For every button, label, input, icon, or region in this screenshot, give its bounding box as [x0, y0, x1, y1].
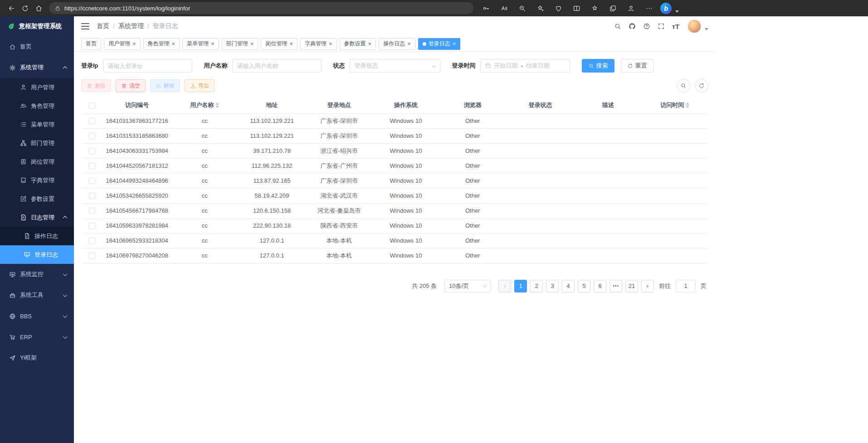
- close-icon[interactable]: ×: [407, 41, 411, 47]
- split-screen-icon[interactable]: [570, 1, 583, 15]
- username-input[interactable]: [232, 59, 322, 73]
- tab-角色管理[interactable]: 角色管理×: [143, 38, 180, 50]
- row-checkbox[interactable]: [89, 208, 95, 214]
- reload-icon[interactable]: [18, 1, 32, 15]
- tab-操作日志[interactable]: 操作日志×: [379, 38, 415, 50]
- zoom-out-icon[interactable]: [515, 1, 529, 15]
- page-button-6[interactable]: 6: [594, 280, 606, 292]
- row-checkbox[interactable]: [89, 133, 95, 139]
- back-icon[interactable]: [5, 1, 18, 15]
- page-size-select[interactable]: 10条/页: [444, 280, 491, 292]
- row-checkbox[interactable]: [89, 148, 95, 154]
- sidebar-item-首页[interactable]: 首页: [0, 36, 74, 57]
- breadcrumb-home[interactable]: 首页: [97, 22, 109, 30]
- prev-page-button[interactable]: ‹: [498, 280, 511, 292]
- collections-icon[interactable]: [606, 1, 619, 15]
- copilot-bing-icon[interactable]: b: [660, 3, 672, 14]
- fullscreen-icon[interactable]: [655, 20, 668, 33]
- jump-page-input[interactable]: [676, 280, 696, 292]
- unlock-button[interactable]: 解锁: [150, 79, 180, 92]
- page-button-2[interactable]: 2: [530, 280, 543, 292]
- browser-home-icon[interactable]: [32, 1, 45, 15]
- app-logo[interactable]: 意框架管理系统: [0, 16, 74, 36]
- column-header-用户名称[interactable]: 用户名称: [171, 97, 238, 113]
- sidebar-item-参数设置[interactable]: 参数设置: [0, 190, 74, 208]
- export-button[interactable]: 导出: [185, 79, 215, 92]
- font-size-icon[interactable]: тT: [669, 20, 682, 33]
- tab-字典管理[interactable]: 字典管理×: [300, 38, 337, 50]
- sidebar-item-岗位管理[interactable]: 岗位管理: [0, 152, 74, 171]
- sidebar-item-操作日志[interactable]: 操作日志: [0, 227, 74, 245]
- tab-参数设置[interactable]: 参数设置×: [340, 38, 376, 50]
- collapse-sidebar-icon[interactable]: [81, 23, 89, 29]
- close-icon[interactable]: ×: [250, 41, 254, 47]
- copilot-caret-icon[interactable]: [675, 10, 679, 13]
- tab-部门管理[interactable]: 部门管理×: [222, 38, 258, 50]
- more-pages-button[interactable]: •••: [610, 280, 622, 292]
- sort-carets-icon[interactable]: [686, 102, 689, 108]
- password-key-icon[interactable]: [479, 1, 493, 15]
- close-icon[interactable]: ×: [132, 41, 136, 47]
- sidebar-item-日志管理[interactable]: 日志管理: [0, 208, 74, 227]
- page-button-3[interactable]: 3: [546, 280, 559, 292]
- address-bar[interactable]: https://ccnetcore.com:1101/system/log/lo…: [49, 2, 473, 14]
- sidebar-item-部门管理[interactable]: 部门管理: [0, 134, 74, 152]
- sidebar-item-角色管理[interactable]: 角色管理: [0, 97, 74, 115]
- page-button-21[interactable]: 21: [625, 280, 638, 292]
- search-button[interactable]: 搜索: [582, 59, 614, 73]
- sidebar-item-系统管理[interactable]: 系统管理: [0, 57, 74, 78]
- user-avatar[interactable]: [688, 19, 701, 33]
- page-button-4[interactable]: 4: [562, 280, 575, 292]
- read-aloud-icon[interactable]: [497, 1, 511, 15]
- browser-profile-icon[interactable]: [624, 1, 638, 15]
- status-select[interactable]: 登录状态: [350, 59, 440, 73]
- sidebar-item-ERP[interactable]: ERP: [0, 326, 74, 347]
- sidebar-item-Yi框架[interactable]: Yi框架: [0, 347, 74, 368]
- add-favorite-icon[interactable]: [533, 1, 547, 15]
- ip-input[interactable]: [103, 59, 192, 73]
- row-checkbox[interactable]: [89, 223, 95, 229]
- row-checkbox[interactable]: [89, 178, 95, 184]
- close-icon[interactable]: ×: [368, 41, 372, 47]
- row-checkbox[interactable]: [89, 163, 95, 169]
- delete-button[interactable]: 删除: [81, 79, 111, 92]
- toggle-search-button[interactable]: [677, 79, 690, 92]
- row-checkbox[interactable]: [89, 118, 95, 124]
- avatar-caret-icon[interactable]: [705, 28, 708, 30]
- select-all-checkbox[interactable]: [89, 102, 95, 109]
- breadcrumb-system[interactable]: 系统管理: [118, 22, 144, 30]
- close-icon[interactable]: ×: [172, 41, 176, 47]
- tab-首页[interactable]: 首页: [81, 38, 101, 50]
- github-icon[interactable]: [626, 20, 639, 33]
- row-checkbox[interactable]: [89, 193, 95, 199]
- sidebar-item-BBS[interactable]: BBS: [0, 306, 74, 326]
- tab-用户管理[interactable]: 用户管理×: [104, 38, 141, 50]
- browser-essentials-icon[interactable]: [551, 1, 565, 15]
- tab-菜单管理[interactable]: 菜单管理×: [182, 38, 219, 50]
- close-icon[interactable]: ×: [329, 41, 332, 47]
- tab-岗位管理[interactable]: 岗位管理×: [261, 38, 297, 50]
- help-icon[interactable]: [640, 20, 653, 33]
- page-button-1[interactable]: 1: [514, 280, 527, 292]
- column-header-访问时间[interactable]: 访问时间: [642, 97, 708, 113]
- date-range-picker[interactable]: 开始日期 - 结束日期: [480, 59, 570, 73]
- page-button-5[interactable]: 5: [578, 280, 590, 292]
- sidebar-item-菜单管理[interactable]: 菜单管理: [0, 115, 74, 134]
- next-page-button[interactable]: ›: [641, 280, 654, 292]
- sidebar-item-登录日志[interactable]: 登录日志: [0, 245, 74, 264]
- close-icon[interactable]: ×: [289, 41, 293, 47]
- sidebar-item-用户管理[interactable]: 用户管理: [0, 78, 74, 97]
- tab-登录日志[interactable]: 登录日志×: [418, 38, 461, 50]
- row-checkbox[interactable]: [89, 253, 95, 259]
- clear-button[interactable]: 清空: [116, 79, 146, 92]
- row-checkbox[interactable]: [89, 238, 95, 244]
- header-search-icon[interactable]: [611, 20, 624, 33]
- favorites-bar-icon[interactable]: [588, 1, 601, 15]
- close-icon[interactable]: ×: [453, 41, 456, 47]
- sort-carets-icon[interactable]: [215, 102, 219, 108]
- site-info-lock-icon[interactable]: [54, 5, 61, 11]
- sidebar-item-系统工具[interactable]: 系统工具: [0, 285, 74, 306]
- browser-menu-icon[interactable]: [642, 1, 656, 15]
- close-icon[interactable]: ×: [211, 41, 215, 47]
- sidebar-item-系统监控[interactable]: 系统监控: [0, 264, 74, 285]
